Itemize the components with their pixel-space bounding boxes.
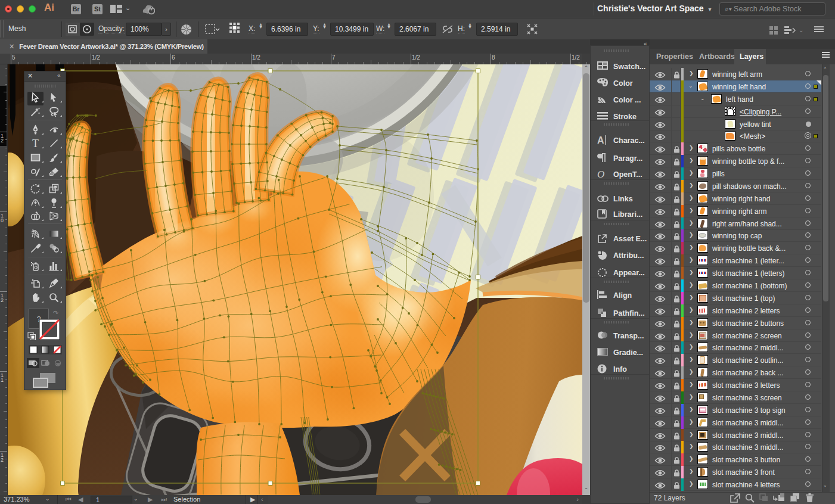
- svg-text:T: T: [32, 138, 39, 148]
- svg-text:A: A: [597, 135, 604, 145]
- svg-text:O: O: [597, 169, 604, 179]
